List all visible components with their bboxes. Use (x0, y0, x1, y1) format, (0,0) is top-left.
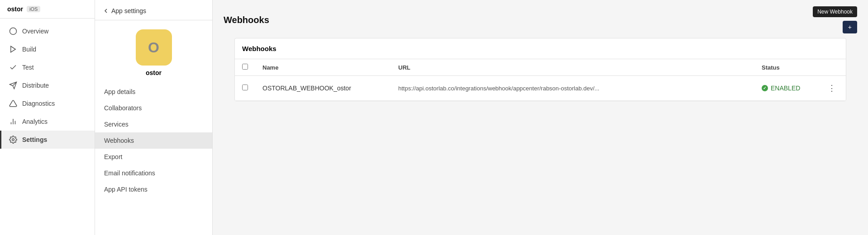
secondary-nav-services[interactable]: Services (95, 116, 212, 132)
sidebar-header: ostor iOS (0, 0, 95, 19)
secondary-nav-export[interactable]: Export (95, 149, 212, 165)
sidebar-label-overview: Overview (22, 28, 48, 35)
svg-marker-1 (11, 46, 16, 52)
app-api-tokens-label: App API tokens (104, 186, 148, 193)
page-title: Webhooks (224, 15, 269, 25)
col-header-url: URL (391, 59, 754, 76)
back-button[interactable]: App settings (102, 7, 146, 14)
secondary-nav-webhooks[interactable]: Webhooks (95, 132, 212, 149)
left-sidebar: ostor iOS Overview Build Test Di (0, 0, 95, 235)
email-notifications-label: Email notifications (104, 169, 155, 177)
secondary-sidebar: App settings O ostor App details Collabo… (95, 0, 213, 235)
distribute-icon (9, 81, 18, 90)
sidebar-label-test: Test (22, 64, 34, 71)
collaborators-label: Collaborators (104, 104, 142, 112)
export-label: Export (104, 153, 122, 160)
app-info: ostor iOS (7, 5, 40, 13)
col-header-status: Status (754, 59, 818, 76)
secondary-nav-email-notifications[interactable]: Email notifications (95, 165, 212, 181)
webhook-name: OSTORLAB_WEBHOOK_ostor (255, 76, 391, 101)
sidebar-item-distribute[interactable]: Distribute (0, 76, 95, 94)
settings-icon (9, 135, 18, 144)
back-label: App settings (111, 7, 146, 14)
secondary-nav-collaborators[interactable]: Collaborators (95, 100, 212, 116)
app-name: ostor (7, 5, 23, 13)
sidebar-navigation: Overview Build Test Distribute Diagnosti… (0, 19, 95, 152)
build-icon (9, 45, 18, 54)
sidebar-item-build[interactable]: Build (0, 40, 95, 58)
secondary-app-name: ostor (95, 69, 212, 76)
sidebar-item-settings[interactable]: Settings (0, 131, 95, 149)
overview-icon (9, 27, 18, 36)
sidebar-item-diagnostics[interactable]: Diagnostics (0, 94, 95, 113)
status-label: ENABLED (771, 85, 800, 92)
secondary-navigation: App details Collaborators Services Webho… (95, 82, 212, 199)
webhook-url: https://api.ostorlab.co/integrations/web… (391, 76, 754, 101)
col-header-name: Name (255, 59, 391, 76)
main-content: Webhooks New Webhook + Webhooks (213, 0, 868, 235)
sidebar-label-analytics: Analytics (22, 118, 48, 125)
secondary-nav-app-details[interactable]: App details (95, 84, 212, 100)
webhooks-label: Webhooks (104, 137, 134, 144)
sidebar-label-build: Build (22, 46, 36, 53)
sidebar-item-overview[interactable]: Overview (0, 22, 95, 40)
new-webhook-tooltip: New Webhook (813, 6, 857, 17)
svg-point-7 (12, 139, 14, 141)
secondary-nav-app-api-tokens[interactable]: App API tokens (95, 181, 212, 197)
sidebar-item-analytics[interactable]: Analytics (0, 113, 95, 131)
row-checkbox[interactable] (242, 85, 248, 90)
secondary-header: App settings (95, 0, 212, 20)
platform-badge: iOS (27, 6, 40, 12)
sidebar-label-diagnostics: Diagnostics (22, 100, 55, 107)
table-row: OSTORLAB_WEBHOOK_ostor https://api.ostor… (235, 76, 846, 101)
diagnostics-icon (9, 99, 18, 108)
webhooks-card: Webhooks Name URL (234, 38, 846, 101)
webhooks-table: Name URL Status (235, 59, 846, 101)
back-chevron-icon (102, 7, 110, 14)
col-header-actions (818, 59, 846, 76)
app-avatar: O (136, 29, 172, 66)
sidebar-label-distribute: Distribute (22, 82, 49, 89)
analytics-icon (9, 117, 18, 126)
row-more-button[interactable]: ⋮ (825, 82, 839, 94)
sidebar-label-settings: Settings (22, 136, 47, 143)
services-label: Services (104, 121, 129, 128)
app-initial: O (148, 39, 159, 56)
app-details-label: App details (104, 88, 135, 95)
test-icon (9, 63, 18, 72)
svg-point-0 (10, 28, 17, 35)
select-all-checkbox[interactable] (242, 64, 248, 70)
sidebar-item-test[interactable]: Test (0, 58, 95, 76)
webhooks-card-header: Webhooks (235, 38, 846, 59)
status-indicator (762, 85, 768, 91)
new-webhook-button[interactable]: + (843, 21, 857, 33)
webhooks-card-title: Webhooks (242, 45, 277, 52)
webhook-status: ENABLED (762, 85, 811, 92)
